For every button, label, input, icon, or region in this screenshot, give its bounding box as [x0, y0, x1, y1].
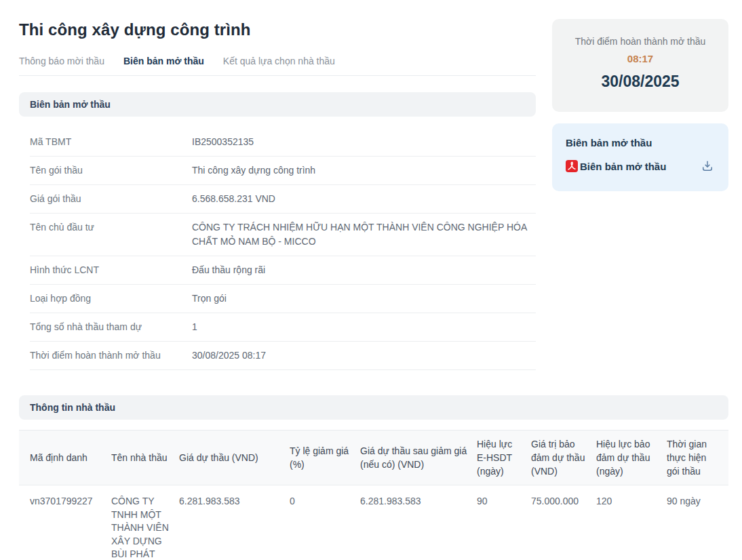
col-header-thoi-gian-thuc-hien: Thời gian thực hiện gói thầu — [667, 431, 728, 485]
col-header-gia-sau-giam-gia: Giá dự thầu sau giảm giá (nếu có) (VND) — [360, 431, 477, 485]
completion-date-value: 30/08/2025 — [560, 73, 720, 90]
field-row-ma-tbmt: Mã TBMT IB2500352135 — [30, 128, 536, 157]
field-label: Thời điểm hoàn thành mở thầu — [30, 348, 192, 363]
completion-time-card: Thời điểm hoàn thành mở thầu 08:17 30/08… — [552, 19, 728, 112]
tab-bar: Thông báo mời thầu Biên bản mở thầu Kết … — [19, 56, 536, 76]
cell-duration: 90 ngày — [667, 485, 728, 560]
tab-thong-bao-moi-thau[interactable]: Thông báo mời thầu — [19, 56, 104, 67]
contractors-section: Thông tin nhà thầu Mã định danh Tên nhà … — [19, 395, 728, 560]
field-label: Tên gói thầu — [30, 163, 192, 178]
right-sidebar: Thời điểm hoàn thành mở thầu 08:17 30/08… — [552, 0, 728, 191]
document-card-heading: Biên bản mở thầu — [566, 136, 715, 150]
col-header-ty-le-giam-gia: Tỷ lệ giảm giá (%) — [290, 431, 360, 485]
cell-ehsdt-validity: 90 — [477, 485, 531, 560]
download-icon[interactable] — [700, 159, 715, 174]
cell-bid-price: 6.281.983.583 — [179, 485, 290, 560]
field-value: IB2500352135 — [192, 135, 536, 149]
contractors-section-header: Thông tin nhà thầu — [19, 395, 728, 420]
table-row: vn3701799227 CÔNG TY TNHH MỘT THÀNH VIÊN… — [19, 485, 728, 560]
field-value: Thi công xây dựng công trình — [192, 163, 536, 178]
field-value: Trọn gói — [192, 292, 536, 306]
cell-price-after-discount: 6.281.983.583 — [360, 485, 477, 560]
col-header-ma-dinh-danh: Mã định danh — [19, 431, 111, 485]
field-row-hinh-thuc-lcnt: Hình thức LCNT Đấu thầu rộng rãi — [30, 256, 536, 285]
pdf-file-icon — [566, 160, 578, 172]
col-header-gia-du-thau: Giá dự thầu (VND) — [179, 431, 290, 485]
table-header-row: Mã định danh Tên nhà thầu Giá dự thầu (V… — [19, 431, 728, 485]
field-value: Đấu thầu rộng rãi — [192, 263, 536, 277]
field-label: Mã TBMT — [30, 135, 192, 149]
col-header-hieu-luc-ehsdt: Hiệu lực E-HSDT (ngày) — [477, 431, 531, 485]
completion-time-value: 08:17 — [560, 53, 720, 64]
document-file-row: Biên bản mở thầu — [566, 159, 715, 174]
field-row-tong-so-nha-thau: Tổng số nhà thầu tham dự 1 — [30, 313, 536, 342]
field-value: 6.568.658.231 VND — [192, 192, 536, 206]
page: Thi công xây dựng công trình Thông báo m… — [0, 0, 742, 560]
field-value: 30/08/2025 08:17 — [192, 348, 536, 363]
cell-contractor-name: CÔNG TY TNHH MỘT THÀNH VIÊN XÂY DỰNG BÙI… — [111, 485, 179, 560]
document-file-link[interactable]: Biên bản mở thầu — [580, 161, 666, 172]
field-row-ten-goi-thau: Tên gói thầu Thi công xây dựng công trìn… — [30, 157, 536, 185]
tab-bien-ban-mo-thau[interactable]: Biên bản mở thầu — [123, 56, 204, 67]
field-row-thoi-diem-hoan-thanh: Thời điểm hoàn thành mở thầu 30/08/2025 … — [30, 342, 536, 370]
contractors-table: Mã định danh Tên nhà thầu Giá dự thầu (V… — [19, 430, 728, 560]
field-label: Tên chủ đầu tư — [30, 220, 192, 249]
cell-discount-pct: 0 — [290, 485, 360, 560]
top-area: Thi công xây dựng công trình Thông báo m… — [19, 0, 728, 370]
field-label: Loại hợp đồng — [30, 292, 192, 306]
col-header-ten-nha-thau: Tên nhà thầu — [111, 431, 179, 485]
main-column: Thi công xây dựng công trình Thông báo m… — [19, 0, 536, 370]
cell-guarantee-validity: 120 — [596, 485, 667, 560]
cell-guarantee-value: 75.000.000 — [531, 485, 596, 560]
col-header-gia-tri-bao-dam: Giá trị bảo đảm dự thầu (VND) — [531, 431, 596, 485]
document-card: Biên bản mở thầu Biên bản mở thầu — [552, 123, 728, 191]
field-label: Hình thức LCNT — [30, 263, 192, 277]
completion-time-label: Thời điểm hoàn thành mở thầu — [560, 35, 720, 47]
field-row-gia-goi-thau: Giá gói thầu 6.568.658.231 VND — [30, 185, 536, 214]
page-title: Thi công xây dựng công trình — [19, 20, 536, 39]
field-row-loai-hop-dong: Loại hợp đồng Trọn gói — [30, 285, 536, 313]
record-fields: Mã TBMT IB2500352135 Tên gói thầu Thi cô… — [30, 128, 536, 370]
field-label: Tổng số nhà thầu tham dự — [30, 320, 192, 334]
col-header-hieu-luc-bao-dam: Hiệu lực bảo đảm dự thầu (ngày) — [596, 431, 667, 485]
record-section-header: Biên bản mở thầu — [19, 92, 536, 117]
field-value: CÔNG TY TRÁCH NHIỆM HỮU HẠN MỘT THÀNH VI… — [192, 220, 536, 249]
tab-ket-qua-lua-chon[interactable]: Kết quả lựa chọn nhà thầu — [223, 56, 335, 67]
field-value: 1 — [192, 320, 536, 334]
field-row-ten-chu-dau-tu: Tên chủ đầu tư CÔNG TY TRÁCH NHIỆM HỮU H… — [30, 214, 536, 256]
field-label: Giá gói thầu — [30, 192, 192, 206]
cell-contractor-id: vn3701799227 — [19, 485, 111, 560]
